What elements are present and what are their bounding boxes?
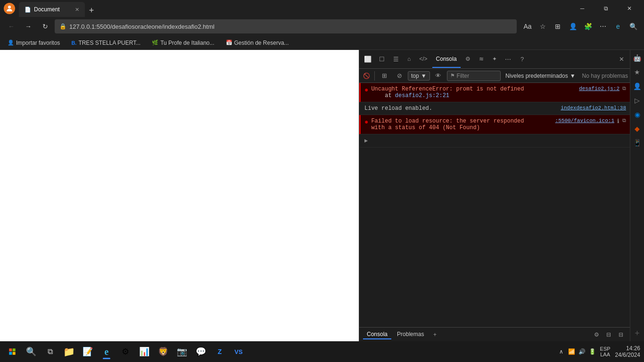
devtools-device-icon[interactable]: ☐: [375, 53, 388, 66]
taskbar-notepad-button[interactable]: 📝: [79, 343, 96, 360]
profile-nav-icon[interactable]: 👤: [566, 19, 580, 33]
sidebar-outlook-icon[interactable]: ◉: [631, 108, 644, 121]
tray-up-arrow[interactable]: ∧: [557, 347, 566, 356]
devtools-more-btn[interactable]: ⋯: [502, 53, 515, 66]
tray-battery-icon[interactable]: 🔋: [588, 347, 597, 356]
new-tab-button[interactable]: +: [85, 4, 98, 17]
taskbar-instagram-button[interactable]: 📷: [173, 343, 190, 360]
favorites-icon[interactable]: ☆: [536, 19, 550, 33]
sidebar-copilot-icon[interactable]: 🤖: [631, 52, 644, 64]
taskbar-search-button[interactable]: 🔍: [23, 343, 40, 360]
console-filter[interactable]: ⚑ Filter: [447, 71, 501, 81]
taskbar-office-button[interactable]: 📊: [136, 343, 153, 360]
bookmark-gestion-reserva[interactable]: 📅 Gestión de Reserva...: [222, 39, 293, 47]
devtools-inspect-icon[interactable]: ⬜: [361, 53, 374, 66]
sidebar-history-icon[interactable]: 👤: [631, 80, 644, 92]
devtools-help-btn[interactable]: ?: [516, 53, 529, 66]
forward-button[interactable]: →: [21, 19, 36, 34]
taskbar-settings-button[interactable]: ⚙: [117, 343, 134, 360]
devtools-tab-perf[interactable]: ✦: [488, 51, 501, 68]
sidebar-tools-icon[interactable]: 📱: [631, 137, 644, 149]
brave-icon: 🦁: [158, 346, 168, 357]
profile-icon[interactable]: [4, 3, 15, 14]
taskbar-zoom-button[interactable]: Z: [211, 343, 228, 360]
devtools-tab-settings2[interactable]: ⚙: [462, 51, 474, 68]
reload-button[interactable]: ↻: [38, 19, 53, 34]
bookmark-import-label: Importar favoritos: [16, 40, 60, 46]
levels-label: Niveles predeterminados: [505, 73, 568, 79]
devtools-tab-network[interactable]: ≋: [475, 51, 487, 68]
bookmark-profe-italiano[interactable]: 🌿 Tu Profe de Italiano...: [148, 39, 218, 47]
sidebar-favorites-icon[interactable]: ★: [631, 66, 644, 78]
sidebar-collections-icon[interactable]: ▷: [631, 94, 644, 107]
console-eye-icon[interactable]: 👁: [432, 69, 445, 82]
bookmark-gestion-label: Gestión de Reserva...: [234, 40, 289, 46]
maximize-button[interactable]: ⧉: [595, 1, 617, 16]
bottom-collapse-icon[interactable]: ⊟: [603, 329, 614, 340]
error-source-1[interactable]: desafio2.js:2: [579, 86, 619, 99]
error-text-1-line2: at desafio2.js:2:21: [371, 92, 576, 99]
collections-icon[interactable]: ⊞: [551, 19, 565, 33]
svg-rect-3: [9, 352, 12, 355]
copy-icon-1[interactable]: ⧉: [622, 86, 626, 99]
console-expand-row: ▶: [359, 134, 630, 148]
vscode-icon: VS: [234, 348, 242, 355]
back-button[interactable]: ←: [4, 19, 19, 34]
tray-datetime[interactable]: 14:26 24/6/2024: [615, 345, 640, 358]
tab-document[interactable]: 📄 Document ✕: [19, 2, 85, 17]
minimize-button[interactable]: ─: [571, 1, 593, 16]
extensions-icon[interactable]: 🧩: [581, 19, 595, 33]
devtools-tab-home[interactable]: ⌂: [404, 51, 414, 68]
search-icon: 🔍: [26, 346, 36, 357]
context-selector[interactable]: top ▼: [408, 71, 430, 81]
console-error-toggle[interactable]: ⊘: [393, 69, 406, 82]
info-source-reload[interactable]: indexdesafio2.html:38: [561, 105, 626, 112]
address-bar[interactable]: 🔒 127.0.0.1:5500/desafiosoracleone/index…: [55, 19, 517, 33]
tab-close-button[interactable]: ✕: [75, 7, 79, 13]
nav-bar: ← → ↻ 🔒 127.0.0.1:5500/desafiosoracleone…: [0, 17, 644, 36]
copy-icon-2[interactable]: ⧉: [622, 118, 626, 131]
nav-icons: Aa ☆ ⊞ 👤 🧩 ⋯ e 🔍: [520, 19, 640, 33]
svg-rect-1: [9, 348, 12, 351]
bottom-tab-console[interactable]: Consola: [363, 330, 391, 339]
tab-label: Document: [34, 6, 60, 13]
devtools-panel: ⬜ ☐ ☰ ⌂ </> Consola ⚙ ≋ ✦ ⋯ ? ✕ 🚫 ⊞ ⊘: [359, 50, 630, 341]
settings-menu-icon[interactable]: ⋯: [596, 19, 610, 33]
expand-arrow-icon[interactable]: ▶: [364, 137, 368, 144]
close-button[interactable]: ✕: [619, 1, 640, 16]
taskbar-start-button[interactable]: [4, 343, 21, 360]
sidebar-shopping-icon[interactable]: ◆: [631, 123, 644, 135]
error-link-1[interactable]: desafio2.js:2:21: [395, 92, 449, 99]
console-error-2: ● Failed to load resource: the server re…: [359, 115, 630, 134]
taskbar-vscode-button[interactable]: VS: [230, 343, 247, 360]
tray-language[interactable]: ESPLAA: [600, 346, 611, 357]
console-clear-button[interactable]: 🚫: [361, 71, 372, 81]
taskbar-brave-button[interactable]: 🦁: [155, 343, 172, 360]
devtools-tab-source[interactable]: </>: [415, 51, 431, 68]
bottom-new-tab-icon[interactable]: +: [429, 329, 440, 340]
edge-brand-icon[interactable]: e: [611, 19, 625, 33]
reader-mode-icon[interactable]: Aa: [520, 19, 535, 33]
bookmark-import[interactable]: 👤 Importar favoritos: [4, 39, 64, 47]
svg-rect-4: [13, 352, 16, 355]
error-source-2[interactable]: :5500/favicon.ico:1: [555, 118, 614, 131]
devtools-close-button[interactable]: ✕: [615, 53, 628, 66]
devtools-tab-console[interactable]: Consola: [432, 51, 461, 68]
levels-selector[interactable]: Niveles predeterminados ▼: [503, 72, 578, 80]
devtools-elements-icon[interactable]: ☰: [389, 53, 403, 66]
tray-wifi-icon[interactable]: 📶: [567, 347, 577, 356]
bottom-expand-icon[interactable]: ⊟: [616, 329, 626, 340]
levels-dropdown-icon: ▼: [570, 73, 576, 79]
bookmark-tres-stella[interactable]: B. TRES STELLA PUERT...: [67, 39, 144, 47]
search-sidebar-icon[interactable]: 🔍: [626, 19, 640, 33]
console-error-1: ● Uncaught ReferenceError: promt is not …: [359, 83, 630, 102]
console-sidebar-toggle[interactable]: ⊞: [378, 69, 391, 82]
bottom-gear-icon[interactable]: ⚙: [591, 329, 602, 340]
taskbar-skype-button[interactable]: 💬: [192, 343, 209, 360]
sidebar-add-icon[interactable]: +: [631, 327, 644, 339]
taskbar-taskview-button[interactable]: ⧉: [41, 343, 58, 360]
bottom-tab-problemas[interactable]: Problemas: [393, 330, 428, 339]
taskbar-explorer-button[interactable]: 📁: [60, 343, 77, 360]
taskbar-edge-button[interactable]: e: [98, 343, 115, 360]
tray-volume-icon[interactable]: 🔊: [578, 347, 587, 356]
